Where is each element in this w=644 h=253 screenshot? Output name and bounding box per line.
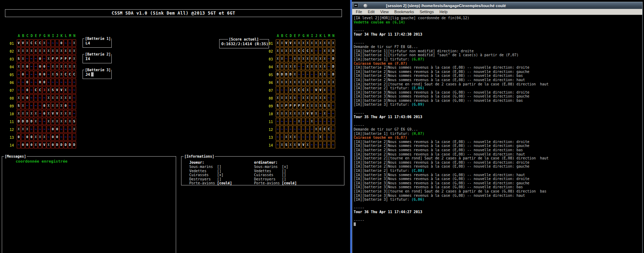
grid-cell: C xyxy=(72,71,76,78)
terminal-text: ----- xyxy=(354,206,364,210)
terminal-text: [IA][batterie 2]Nous sommes revenus à la… xyxy=(354,65,529,69)
grid-cell: P xyxy=(289,102,292,109)
grid-corner xyxy=(269,34,276,38)
grid-cell: ~ xyxy=(327,71,331,78)
terminal-line: ----- xyxy=(354,28,642,33)
grid-cell: X xyxy=(38,47,42,54)
window-titlebar[interactable]: [session 2] (sleep) /home/tests/langageC… xyxy=(352,2,642,9)
grid-cell: D xyxy=(21,118,25,125)
grid-cell: X xyxy=(72,126,76,133)
grid-cell: 0 xyxy=(38,63,42,70)
fleet-owner-header: Joueur: xyxy=(189,160,254,164)
grid-cell: X xyxy=(289,63,292,70)
messages-label: [Messages] xyxy=(4,154,27,158)
grid-cell: X xyxy=(55,118,59,125)
grid-cell: X xyxy=(310,55,314,62)
column-label: M xyxy=(68,34,72,38)
grid-cell: D xyxy=(55,141,59,148)
terminal-text: [IA][batterie 3]Nous sommes revenus à la… xyxy=(354,177,529,181)
row-label: 01 xyxy=(10,39,17,47)
fleet-owner-header: ordinateur: xyxy=(254,160,319,164)
terminal-text: [IA][batterie 1][tirfutur non modifié] d… xyxy=(354,49,474,53)
score-box: [Score actuel] O:1632/J:1414 (R:35) xyxy=(219,39,269,48)
grid-cell: V xyxy=(38,141,42,148)
menu-bookmarks[interactable]: Bookmarks xyxy=(391,10,417,14)
grid-cell: V xyxy=(55,86,59,94)
menu-view[interactable]: View xyxy=(378,10,392,14)
grid-cell: X xyxy=(306,141,310,148)
ship-type-label: Sous-marins xyxy=(189,165,217,169)
grid-cell: ~ xyxy=(17,71,21,78)
battery-box-2[interactable]: [Batterie 2]I4 xyxy=(83,54,112,63)
grid-cell: ~ xyxy=(64,126,68,133)
grid-cell: ~ xyxy=(72,79,76,86)
grid-cell: X xyxy=(314,79,318,86)
grid-cell: ~ xyxy=(301,133,305,141)
menu-settings[interactable]: Settings xyxy=(417,10,437,14)
grid-cell: X xyxy=(331,79,335,86)
column-label: F xyxy=(38,34,42,38)
terminal-output[interactable]: [IA level 2][HOR][lig gauche] coordonnée… xyxy=(352,15,642,253)
grid-cell: X xyxy=(47,86,51,94)
grid-cell: X xyxy=(306,94,310,101)
grid-cell: C xyxy=(64,71,68,78)
grid-cell: X xyxy=(301,39,305,47)
grid-cell: X xyxy=(64,110,68,117)
grid-cell: ~ xyxy=(64,39,68,47)
grid-cell: X xyxy=(318,102,322,109)
grid-cell: X xyxy=(293,94,297,101)
grid-cell: X xyxy=(42,39,46,47)
grid-cell: X xyxy=(289,79,292,86)
grid-cell: X xyxy=(318,71,322,78)
grid-row: 10XXXXX~0XVVXXX~ xyxy=(10,110,76,118)
terminal-line: [IA][batterie 3]Nous sommes revenus à la… xyxy=(354,194,642,198)
grid-cell: ~ xyxy=(297,133,301,141)
terminal-line xyxy=(354,119,642,123)
fleet-status-item: Sous-marins[] xyxy=(189,165,254,169)
grid-cell: P xyxy=(284,102,288,109)
grid-cell: 0 xyxy=(42,71,46,78)
grid-row: 09SX~~~~0XXXX0~~ xyxy=(10,102,76,110)
grid-cell: X xyxy=(306,102,310,109)
battery-box-3[interactable]: [Batterie 3]J4 xyxy=(83,70,112,79)
battery-box-1[interactable]: [Batterie 1]L4 xyxy=(83,38,112,48)
grid-cell: X xyxy=(284,133,288,141)
grid-cell: X xyxy=(72,47,76,54)
game-title-box: CSSM SDA v1.0 (Sink Dem All) @2013 5GT e… xyxy=(5,9,342,17)
grid-cell: ~ xyxy=(310,133,314,141)
grid-cell: ~ xyxy=(25,102,29,109)
grid-cell: ~ xyxy=(30,55,33,62)
grid-cell: D xyxy=(284,71,288,78)
grid-cell: X xyxy=(72,39,76,47)
grid-cell: D xyxy=(25,118,29,125)
informations-label: [Informations] xyxy=(184,154,215,158)
messages-box: [Messages] coordonnée enregistrée xyxy=(2,156,176,253)
battery-boxes: [Batterie 1]L4[Batterie 2]I4[Batterie 3]… xyxy=(83,38,115,85)
terminal-text: Tour 36 Thu Apr 11 17:44:27 2013 xyxy=(354,210,422,214)
grid-cell: X xyxy=(318,63,322,70)
ship-status: [] xyxy=(282,173,286,177)
terminal-line: [IA][batterie 2]Nous sommes revenus à la… xyxy=(354,140,642,144)
grid-cell: X xyxy=(310,63,314,70)
menu-file[interactable]: File xyxy=(353,10,365,14)
battery-input-value: I4 xyxy=(85,57,90,61)
grid-cell: ~ xyxy=(318,118,322,125)
window-icon[interactable] xyxy=(354,3,358,8)
menu-help[interactable]: Help xyxy=(437,10,450,14)
grid-cell: X xyxy=(64,118,68,125)
grid-cell: C xyxy=(297,86,301,94)
text-cursor xyxy=(91,72,94,77)
grid-cell: ~ xyxy=(30,126,33,133)
grid-cell: ~ xyxy=(30,94,33,101)
row-label: 03 xyxy=(269,55,276,63)
terminal-line: [IA][batterie 3]Nous sommes revenus à la… xyxy=(354,185,642,189)
fleet-status-column: Joueur:Sous-marins[]Vedettes[]Cuirassés[… xyxy=(189,160,254,185)
sticky-button[interactable] xyxy=(363,4,368,8)
grid-cell: P xyxy=(51,55,55,62)
grid-cell: X xyxy=(297,79,301,86)
grid-cell: X xyxy=(280,102,284,109)
terminal-text: (G,09) xyxy=(412,102,424,106)
ship-type-label: Porte-avions xyxy=(254,181,282,185)
menu-edit[interactable]: Edit xyxy=(365,10,378,14)
window-title: [session 2] (sleep) /home/tests/langageC… xyxy=(386,4,506,8)
